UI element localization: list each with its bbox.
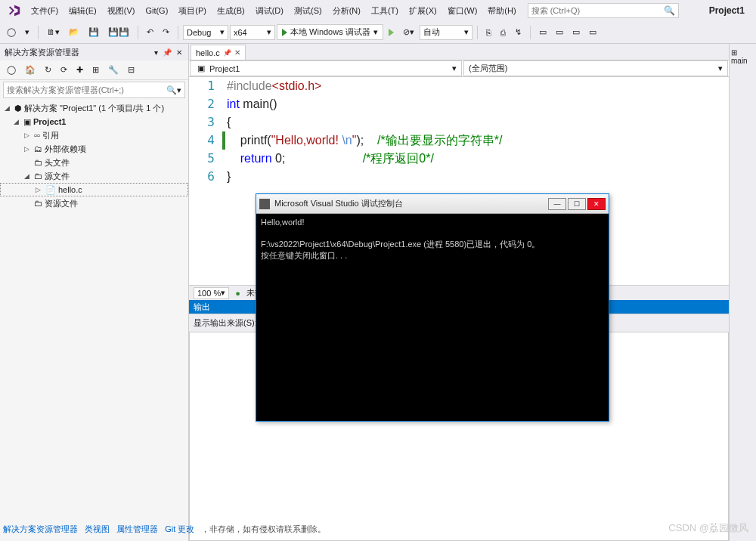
expand-icon[interactable]: ◢ bbox=[24, 172, 32, 180]
layout-btn-1[interactable]: ▭ bbox=[535, 25, 550, 39]
expand-icon[interactable]: ▷ bbox=[36, 186, 43, 193]
close-button[interactable]: ✕ bbox=[587, 198, 606, 210]
exp-show-all-button[interactable]: ⊞ bbox=[88, 63, 103, 77]
play-icon bbox=[282, 29, 287, 36]
menu-test[interactable]: 测试(S) bbox=[289, 2, 327, 20]
exp-properties-button[interactable]: 🔧 bbox=[104, 63, 122, 77]
menu-build[interactable]: 生成(B) bbox=[212, 2, 250, 20]
link-properties[interactable]: 属性管理器 bbox=[116, 524, 158, 533]
toolbox-btn-1[interactable]: ⎘ bbox=[482, 26, 495, 39]
redo-button[interactable]: ↷ bbox=[159, 25, 173, 39]
tree-file-hello[interactable]: ▷ 📄 hello.c bbox=[0, 183, 188, 196]
explorer-search-input[interactable] bbox=[7, 85, 166, 94]
menu-project[interactable]: 项目(P) bbox=[173, 2, 212, 20]
solution-tree[interactable]: ◢ ⬢ 解决方案 "Project1" (1 个项目/共 1 个) ◢ ▣ Pr… bbox=[0, 100, 188, 212]
panel-close-icon[interactable]: ✕ bbox=[175, 48, 184, 57]
tree-resources[interactable]: 🗀 资源文件 bbox=[0, 196, 188, 210]
exp-home-icon[interactable]: 🏠 bbox=[21, 63, 39, 77]
right-tab[interactable]: ⊞ main bbox=[730, 47, 756, 66]
config-combo[interactable]: Debug▾ bbox=[183, 25, 228, 40]
change-marker bbox=[222, 131, 225, 150]
link-class-view[interactable]: 类视图 bbox=[85, 524, 110, 533]
zoom-combo[interactable]: 100 % ▾ bbox=[194, 287, 229, 299]
panel-title-bar: 解决方案资源管理器 ▾ 📌 ✕ bbox=[0, 44, 188, 60]
tree-project[interactable]: ◢ ▣ Project1 bbox=[0, 115, 188, 128]
stop-button[interactable]: ⊘▾ bbox=[399, 25, 418, 39]
start-nodebug-button[interactable] bbox=[385, 26, 398, 39]
toolbox-btn-2[interactable]: ⎙ bbox=[497, 26, 510, 39]
exp-view-button[interactable]: ⊟ bbox=[124, 63, 138, 77]
layout-btn-4[interactable]: ▭ bbox=[585, 25, 600, 39]
save-button[interactable]: 💾 bbox=[85, 25, 103, 39]
link-git-changes[interactable]: Git 更改 bbox=[165, 524, 194, 533]
nav-scope-combo[interactable]: (全局范围)▾ bbox=[463, 60, 728, 76]
panel-dropdown-icon[interactable]: ▾ bbox=[153, 48, 160, 57]
tab-close-icon[interactable]: ✕ bbox=[234, 48, 240, 57]
panel-title-label: 解决方案资源管理器 bbox=[5, 47, 79, 58]
nav-fwd-button[interactable]: ▾ bbox=[21, 25, 33, 39]
explorer-search[interactable]: 🔍▾ bbox=[3, 82, 185, 98]
solution-name-label: Project1 bbox=[709, 5, 745, 16]
debug-mode-combo[interactable]: 自动▾ bbox=[420, 25, 472, 40]
tree-headers[interactable]: 🗀 头文件 bbox=[0, 156, 188, 169]
tree-sources[interactable]: ◢ 🗀 源文件 bbox=[0, 169, 188, 183]
exp-refresh-button[interactable]: ⟳ bbox=[57, 63, 71, 77]
menu-window[interactable]: 窗口(W) bbox=[442, 2, 483, 20]
debug-console-window[interactable]: Microsoft Visual Studio 调试控制台 — ☐ ✕ Hell… bbox=[256, 193, 609, 422]
toolbox-btn-3[interactable]: ↯ bbox=[511, 25, 525, 39]
panel-toolbar: ◯ 🏠 ↻ ⟳ ✚ ⊞ 🔧 ⊟ bbox=[0, 60, 188, 80]
tree-root[interactable]: ◢ ⬢ 解决方案 "Project1" (1 个项目/共 1 个) bbox=[0, 101, 188, 115]
code-nav-bar: ▣ Project1▾ (全局范围)▾ bbox=[189, 60, 729, 77]
menu-file[interactable]: 文件(F) bbox=[26, 2, 64, 20]
menu-analyze[interactable]: 分析(N) bbox=[327, 2, 366, 20]
solution-icon: ⬢ bbox=[14, 104, 22, 113]
bottom-tab-links: 解决方案资源管理器 类视图 属性管理器 Git 更改 ，非存储，如有侵权请联系删… bbox=[3, 524, 326, 535]
save-all-button[interactable]: 💾💾 bbox=[104, 25, 133, 39]
solution-explorer: 解决方案资源管理器 ▾ 📌 ✕ ◯ 🏠 ↻ ⟳ ✚ ⊞ 🔧 ⊟ 🔍▾ ◢ ⬢ bbox=[0, 44, 189, 541]
output-source-label: 显示输出来源(S): bbox=[194, 317, 257, 329]
console-titlebar[interactable]: Microsoft Visual Studio 调试控制台 — ☐ ✕ bbox=[256, 194, 609, 214]
exp-filter-button[interactable]: ✚ bbox=[73, 63, 87, 77]
menu-edit[interactable]: 编辑(E) bbox=[64, 2, 102, 20]
tree-references[interactable]: ▷ ▫▫ 引用 bbox=[0, 128, 188, 142]
expand-icon[interactable]: ◢ bbox=[5, 104, 12, 112]
project-icon: ▣ bbox=[23, 117, 31, 127]
editor-tabs: hello.c 📌 ✕ bbox=[189, 44, 729, 60]
expand-icon[interactable]: ◢ bbox=[14, 118, 21, 125]
new-item-button[interactable]: 🗎▾ bbox=[43, 25, 64, 39]
platform-combo[interactable]: x64▾ bbox=[230, 25, 275, 40]
start-debug-button[interactable]: 本地 Windows 调试器 ▾ bbox=[277, 24, 383, 40]
menu-extensions[interactable]: 扩展(X) bbox=[404, 2, 442, 20]
vs-logo-icon bbox=[8, 4, 21, 17]
main-toolbar: ◯ ▾ 🗎▾ 📂 💾 💾💾 ↶ ↷ Debug▾ x64▾ 本地 Windows… bbox=[0, 21, 756, 44]
undo-button[interactable]: ↶ bbox=[143, 25, 157, 39]
tab-hello[interactable]: hello.c 📌 ✕ bbox=[191, 45, 246, 60]
link-solution-explorer[interactable]: 解决方案资源管理器 bbox=[3, 524, 78, 533]
menu-view[interactable]: 视图(V) bbox=[102, 2, 141, 20]
exp-home-button[interactable]: ◯ bbox=[3, 63, 20, 77]
tree-external[interactable]: ▷ 🗂 外部依赖项 bbox=[0, 142, 188, 156]
nav-back-button[interactable]: ◯ bbox=[3, 25, 20, 39]
menu-tools[interactable]: 工具(T) bbox=[366, 2, 404, 20]
explorer-search-icon: 🔍▾ bbox=[166, 85, 181, 95]
panel-pin-icon[interactable]: 📌 bbox=[161, 48, 173, 57]
search-input[interactable] bbox=[531, 6, 661, 15]
menu-help[interactable]: 帮助(H) bbox=[482, 2, 521, 20]
expand-icon[interactable]: ▷ bbox=[24, 131, 32, 139]
expand-icon[interactable]: ▷ bbox=[24, 145, 32, 153]
quick-search[interactable]: 🔍 bbox=[528, 3, 679, 18]
open-button[interactable]: 📂 bbox=[65, 25, 83, 39]
menu-git[interactable]: Git(G) bbox=[140, 3, 173, 18]
code-lines: #include<stdio.h> int main() { printf("H… bbox=[227, 77, 502, 186]
menu-debug[interactable]: 调试(D) bbox=[250, 2, 289, 20]
nav-project-combo[interactable]: ▣ Project1▾ bbox=[190, 60, 462, 76]
layout-btn-3[interactable]: ▭ bbox=[569, 25, 584, 39]
search-icon: 🔍 bbox=[661, 5, 675, 16]
maximize-button[interactable]: ☐ bbox=[568, 198, 586, 210]
right-sidebar: ⊞ main bbox=[729, 44, 756, 541]
tab-pin-icon[interactable]: 📌 bbox=[223, 49, 231, 57]
watermark-text: CSDN @荔园微风 bbox=[668, 521, 748, 535]
minimize-button[interactable]: — bbox=[548, 198, 566, 210]
layout-btn-2[interactable]: ▭ bbox=[552, 25, 567, 39]
exp-sync-button[interactable]: ↻ bbox=[41, 63, 55, 77]
